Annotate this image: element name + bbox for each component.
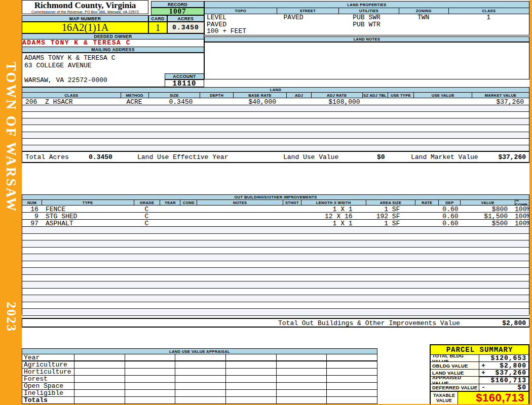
table-cell: STG SHED: [42, 213, 134, 219]
land-table-rows: 206 Z HSACRACRE0.3450$40,000$108,000$37,…: [22, 98, 529, 152]
table-cell: $1,500: [460, 213, 515, 219]
land-use-appraisal-row: Year: [22, 354, 377, 361]
table-cell: 100%: [515, 213, 529, 219]
empty-row: [22, 295, 529, 302]
parcel-row-value-area: $120,653: [479, 355, 528, 361]
table-cell: 1 SF: [366, 206, 415, 212]
lua-cell: [175, 361, 226, 368]
land-properties-title: LAND PROPERTIES: [205, 2, 529, 8]
lua-cell: [277, 397, 327, 404]
lua-cell: [226, 383, 277, 389]
parcel-row-value-area: +$37,260: [479, 370, 528, 376]
land-use-appraisal-row: Forest: [22, 376, 377, 383]
lua-cell: [277, 361, 327, 368]
deeded-owner-value: ADAMS TONY K & TERESA C: [22, 39, 204, 47]
account-header: ACCOUNT: [165, 73, 204, 79]
land-properties-row: 100 + FEET: [205, 28, 529, 35]
table-cell: $37,260: [472, 98, 529, 105]
land-properties-cell: [277, 28, 339, 35]
out-buildings-rows: 16FENCEC1 X 11 SF0.60$800100%9STG SHEDC1…: [22, 206, 529, 316]
land-properties-box: LAND PROPERTIES TOPOSTREETUTILITIESZONIN…: [204, 1, 529, 35]
table-row: 16FENCEC1 X 11 SF0.60$800100%: [22, 206, 529, 213]
table-cell: [415, 213, 438, 219]
column-header: DEPTH: [200, 93, 233, 98]
account-value: 18110: [165, 79, 204, 87]
land-use-appraisal-row: Totals: [22, 397, 377, 404]
table-cell: [388, 98, 414, 105]
record-card-panel: Richmond County, Virginia Commissioner o…: [22, 0, 529, 404]
lua-cell: [226, 397, 277, 404]
parcel-summary-row: TOTAL BLDG VALUE$120,653: [431, 355, 528, 362]
land-use-appraisal-table: LAND USE VALUE APPRAISAL YearAgriculture…: [22, 348, 377, 404]
parcel-row-value: $2,800: [487, 362, 528, 370]
land-totals-row: Total Acres 0.3450 Land Use Effective Ye…: [22, 151, 529, 163]
lua-cell: [226, 376, 277, 382]
table-cell: C: [134, 206, 160, 212]
empty-row: [22, 227, 529, 234]
lua-cell: [125, 361, 176, 368]
empty-row: [22, 105, 529, 112]
lua-cell: [125, 376, 176, 382]
effective-year-label: Land Use Effective Year: [137, 153, 228, 161]
empty-row: [22, 302, 529, 309]
lua-cell: [125, 383, 176, 389]
land-properties-cell: PUB WTR: [338, 21, 399, 28]
column-header: USE TYPE: [388, 93, 414, 98]
land-properties-cell: 1: [448, 14, 529, 21]
land-use-appraisal-rows: YearAgricultureHorticultureForestOpen Sp…: [22, 354, 377, 404]
record-value: 1007: [151, 8, 204, 15]
land-properties-cell: TWN: [399, 14, 448, 21]
column-header: LENGTH X WIDTH: [301, 200, 366, 205]
lua-cell: [175, 376, 226, 382]
table-cell: [415, 206, 438, 212]
out-buildings-table: OUT BUILDINGS/OTHER IMPROVEMENTS NUMTYPE…: [22, 194, 529, 315]
parcel-summary-rows: TOTAL BLDG VALUE$120,653OBLDG VALUE+$2,8…: [431, 355, 528, 391]
empty-row: [22, 268, 529, 275]
lua-cell: [125, 390, 176, 396]
land-properties-cell: [448, 28, 529, 35]
empty-row: [22, 281, 529, 289]
total-acres-value: 0.3450: [89, 153, 112, 161]
lua-cell: [327, 376, 377, 382]
parcel-row-operator: -: [479, 384, 487, 391]
land-properties-cell: [399, 28, 448, 35]
parcel-summary-row: OBLDG VALUE+$2,800: [431, 362, 528, 369]
land-properties-cell: 100 + FEET: [205, 28, 277, 35]
table-cell: [197, 213, 283, 219]
map-number-value: 16A2(1)1A: [22, 22, 148, 33]
lua-cell: [74, 390, 125, 396]
column-header: MARKET VALUE: [472, 93, 529, 98]
column-header: VALUE: [460, 200, 515, 205]
column-header: TYPE: [42, 200, 134, 205]
lua-cell: [74, 369, 125, 375]
table-cell: 0.3450: [148, 98, 200, 105]
lua-cell: [175, 383, 226, 389]
table-cell: ASPHALT: [42, 220, 134, 226]
land-table-title: LAND: [22, 88, 529, 93]
acres-value: 0.3450: [167, 22, 204, 33]
table-cell: [283, 206, 301, 212]
lua-cell: [74, 376, 125, 382]
land-notes-title: LAND NOTES: [204, 36, 529, 42]
table-cell: [160, 220, 180, 226]
out-buildings-totals-row: Total Out Buildings & Other Improvements…: [22, 318, 529, 328]
parcel-summary-row: LAND VALUE+$37,260: [431, 370, 528, 377]
parcel-row-value-area: $160,713: [479, 376, 528, 383]
column-header: ZONING: [399, 8, 448, 14]
table-cell: ACRE: [121, 98, 148, 105]
acres-header: ACRES: [167, 15, 204, 22]
parcel-row-label: DEFERRED VALUE: [431, 384, 479, 391]
empty-row: [22, 118, 529, 125]
taxable-value-label: TAXABLE VALUE: [431, 392, 458, 404]
lua-cell: [74, 397, 125, 404]
table-cell: $500: [460, 220, 515, 226]
land-table-columns: CLASSMETHODSIZEDEPTHBASE RATEADJADJ RATE…: [22, 93, 529, 98]
land-market-value-label: Land Market Value: [411, 153, 478, 161]
sidebar-town-title: TOWN OF WARSAW: [3, 62, 19, 213]
lua-cell: [277, 383, 327, 389]
lua-row-label: Totals: [22, 397, 74, 404]
parcel-row-label: LAND VALUE: [431, 370, 479, 376]
empty-row: [22, 139, 529, 145]
table-cell: [283, 220, 301, 226]
table-cell: C: [134, 220, 160, 226]
